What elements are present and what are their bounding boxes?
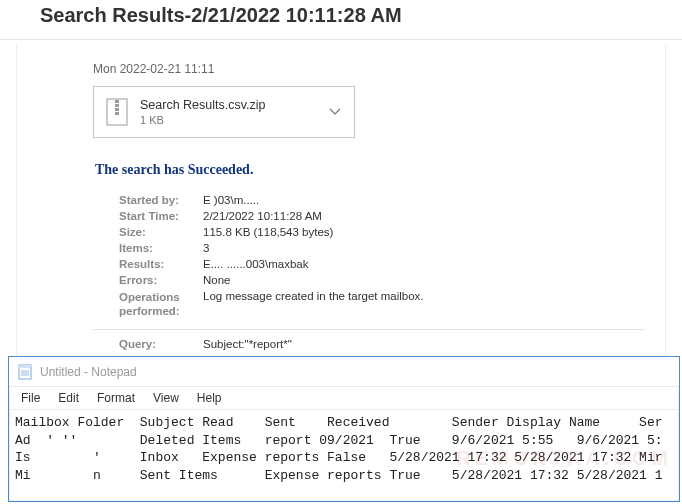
np-line: Is ' Inbox Expense reports False 5/28/20…: [15, 450, 663, 465]
svg-rect-3: [115, 108, 119, 111]
svg-rect-4: [115, 112, 119, 115]
np-line: Mi n Sent Items Expense reports True 5/2…: [15, 468, 663, 483]
notepad-window: Untitled - Notepad File Edit Format View…: [8, 356, 680, 502]
kv-val-start-time: 2/21/2022 10:11:28 AM: [203, 210, 322, 222]
mail-body: Mon 2022-02-21 11:11 Search Results.csv.…: [16, 44, 666, 374]
svg-rect-6: [19, 365, 31, 368]
status-heading: The search has Succeeded.: [95, 162, 665, 178]
notepad-titlebar[interactable]: Untitled - Notepad: [9, 357, 679, 387]
kv-key-errors: Errors:: [119, 274, 203, 286]
np-line: Mailbox Folder Subject Read Sent Receive…: [15, 415, 663, 430]
kv-key-query: Query:: [119, 338, 203, 350]
attachment-size: 1 KB: [140, 114, 316, 126]
kv-key-ops: Operations performed:: [119, 290, 203, 319]
divider: [93, 329, 645, 330]
notepad-title: Untitled - Notepad: [40, 365, 137, 379]
attachment-card[interactable]: Search Results.csv.zip 1 KB: [93, 86, 355, 138]
details-table: Started by:E )03\m..... Start Time:2/21/…: [119, 192, 665, 352]
kv-key-items: Items:: [119, 242, 203, 254]
attachment-info: Search Results.csv.zip 1 KB: [140, 98, 316, 126]
kv-val-items: 3: [203, 242, 209, 254]
page-title: Search Results-2/21/2022 10:11:28 AM: [0, 0, 682, 39]
mail-timestamp: Mon 2022-02-21 11:11: [93, 62, 665, 76]
menu-view[interactable]: View: [145, 389, 187, 407]
kv-val-started-by: E )03\m.....: [203, 194, 259, 206]
notepad-icon: [17, 364, 33, 380]
kv-key-start-time: Start Time:: [119, 210, 203, 222]
chevron-down-icon[interactable]: [328, 105, 342, 119]
zip-file-icon: [106, 98, 128, 126]
menu-file[interactable]: File: [13, 389, 48, 407]
attachment-name: Search Results.csv.zip: [140, 98, 316, 112]
kv-key-started-by: Started by:: [119, 194, 203, 206]
kv-val-size: 115.8 KB (118,543 bytes): [203, 226, 333, 238]
svg-rect-1: [115, 100, 119, 103]
kv-key-results: Results:: [119, 258, 203, 270]
menu-help[interactable]: Help: [189, 389, 230, 407]
kv-key-size: Size:: [119, 226, 203, 238]
kv-val-errors: None: [203, 274, 231, 286]
kv-val-results: E.... ......003\maxbak: [203, 258, 308, 270]
divider: [0, 39, 682, 40]
kv-val-query: Subject:"*report*": [203, 338, 292, 350]
np-line: Ad ' '' Deleted Items report 09/2021 Tru…: [15, 433, 663, 448]
kv-val-ops: Log message created in the target mailbo…: [203, 290, 424, 319]
menu-format[interactable]: Format: [89, 389, 143, 407]
svg-rect-2: [115, 104, 119, 107]
notepad-menubar: File Edit Format View Help: [9, 387, 679, 410]
menu-edit[interactable]: Edit: [50, 389, 87, 407]
notepad-content[interactable]: Mailbox Folder Subject Read Sent Receive…: [9, 410, 679, 488]
